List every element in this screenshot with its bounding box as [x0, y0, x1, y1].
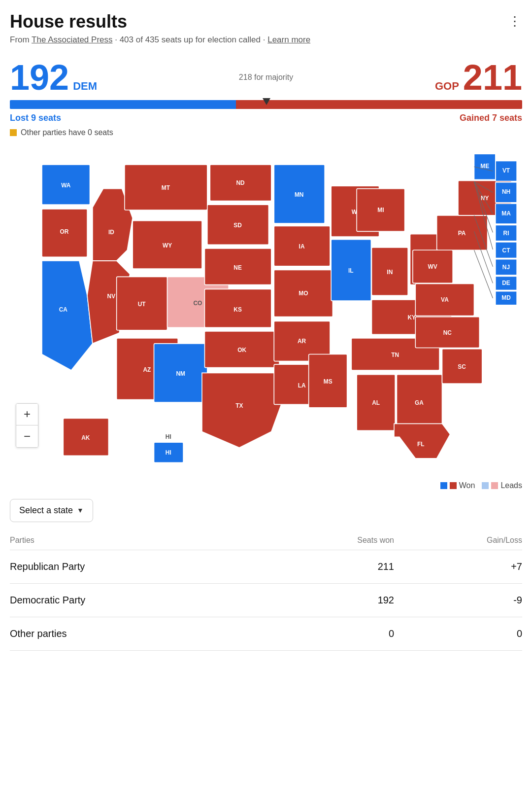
dem-won-icon: [440, 482, 447, 489]
learn-more-link[interactable]: Learn more: [267, 35, 310, 44]
svg-rect-28: [204, 289, 271, 327]
table-row: Other parties 0 0: [10, 617, 522, 650]
seats-cell: 192: [266, 583, 394, 617]
svg-marker-64: [394, 423, 450, 458]
svg-rect-84: [496, 225, 517, 241]
svg-rect-12: [133, 221, 202, 269]
svg-rect-14: [117, 277, 167, 330]
other-parties-label: Other parties have 0 seats: [21, 128, 113, 137]
map-container: .state { stroke: #fff; stroke-width: 1.5…: [10, 146, 522, 477]
majority-marker: [263, 98, 270, 105]
us-map[interactable]: .state { stroke: #fff; stroke-width: 1.5…: [10, 146, 522, 477]
svg-rect-68: [415, 317, 479, 348]
subtitle: From The Associated Press · 403 of 435 s…: [10, 34, 522, 46]
svg-rect-86: [496, 242, 517, 258]
table-body: Republican Party 211 +7 Democratic Party…: [10, 550, 522, 650]
gain-cell: +7: [394, 550, 522, 583]
gop-leads-icon: [491, 482, 498, 489]
svg-rect-90: [496, 276, 517, 290]
svg-rect-0: [42, 165, 90, 205]
dem-label: DEM: [73, 80, 97, 93]
table-row: Democratic Party 192 -9: [10, 583, 522, 617]
table-row: Republican Party 211 +7: [10, 550, 522, 583]
svg-rect-26: [204, 248, 271, 285]
source-link[interactable]: The Associated Press: [32, 35, 112, 44]
party-cell: Other parties: [10, 617, 266, 650]
svg-rect-22: [210, 165, 271, 201]
svg-rect-48: [309, 354, 347, 408]
svg-rect-36: [274, 226, 330, 266]
score-section: 192 DEM 218 for majority GOP 211: [10, 60, 522, 95]
svg-rect-104: [63, 419, 108, 456]
dem-number: 192: [10, 60, 69, 95]
dem-progress-bar: [10, 100, 236, 109]
dem-leads-icon: [482, 482, 489, 489]
legend-row: Won Leads: [10, 481, 522, 490]
svg-rect-20: [154, 344, 207, 402]
majority-label: 218 for majority: [239, 73, 293, 82]
gainloss-header: Gain/Loss: [394, 536, 522, 550]
svg-rect-34: [274, 165, 325, 223]
svg-rect-88: [496, 259, 517, 275]
svg-marker-4: [42, 261, 93, 370]
party-cell: Republican Party: [10, 550, 266, 583]
svg-rect-10: [125, 165, 207, 210]
svg-rect-92: [496, 291, 517, 305]
svg-rect-24: [207, 205, 269, 245]
other-square-icon: [10, 129, 17, 136]
svg-marker-32: [202, 373, 282, 448]
svg-rect-94: [474, 154, 495, 179]
svg-rect-52: [371, 247, 408, 295]
majority-triangle: [263, 98, 270, 105]
svg-text:HI: HI: [166, 433, 171, 440]
zoom-in-button[interactable]: +: [16, 404, 38, 425]
leads-legend: Leads: [482, 481, 522, 490]
dem-score: 192 DEM: [10, 60, 97, 95]
other-parties-row: Other parties have 0 seats: [10, 128, 522, 137]
gop-progress-bar: [236, 100, 522, 109]
svg-rect-38: [274, 270, 332, 317]
svg-rect-60: [357, 375, 395, 431]
svg-rect-80: [496, 182, 517, 203]
page-title: House results: [10, 12, 127, 32]
gain-cell: -9: [394, 583, 522, 617]
svg-rect-30: [204, 331, 279, 368]
gop-won-icon: [450, 482, 457, 489]
gop-number: 211: [463, 60, 522, 95]
svg-rect-82: [496, 204, 517, 224]
svg-rect-2: [42, 209, 87, 257]
party-cell: Democratic Party: [10, 583, 266, 617]
state-selector[interactable]: Select a state ▼: [10, 499, 93, 522]
gain-loss-row: Lost 9 seats Gained 7 seats: [10, 113, 522, 123]
seats-cell: 211: [266, 550, 394, 583]
gop-label: GOP: [435, 80, 459, 93]
leads-label: Leads: [500, 481, 522, 490]
dem-lost-seats: Lost 9 seats: [10, 113, 61, 123]
svg-rect-50: [357, 189, 404, 232]
progress-bar: [10, 100, 522, 109]
svg-rect-74: [437, 215, 488, 250]
table-header-row: Parties Seats won Gain/Loss: [10, 536, 522, 550]
parties-header: Parties: [10, 536, 266, 550]
svg-rect-78: [496, 161, 517, 181]
won-label: Won: [459, 481, 475, 490]
won-legend: Won: [440, 481, 475, 490]
svg-rect-70: [415, 284, 474, 316]
chevron-down-icon: ▼: [77, 506, 84, 514]
gain-cell: 0: [394, 617, 522, 650]
seats-header: Seats won: [266, 536, 394, 550]
svg-rect-62: [397, 375, 442, 431]
zoom-controls: + −: [16, 403, 38, 448]
state-selector-label: Select a state: [19, 505, 73, 516]
more-icon[interactable]: ⋮: [508, 14, 522, 29]
zoom-out-button[interactable]: −: [16, 425, 38, 447]
svg-rect-72: [413, 250, 453, 283]
gop-score: GOP 211: [435, 60, 522, 95]
svg-rect-66: [442, 349, 482, 384]
gop-gained-seats: Gained 7 seats: [460, 113, 522, 123]
results-table: Parties Seats won Gain/Loss Republican P…: [10, 536, 522, 651]
svg-rect-46: [331, 240, 371, 301]
seats-cell: 0: [266, 617, 394, 650]
svg-rect-106: [154, 442, 184, 462]
